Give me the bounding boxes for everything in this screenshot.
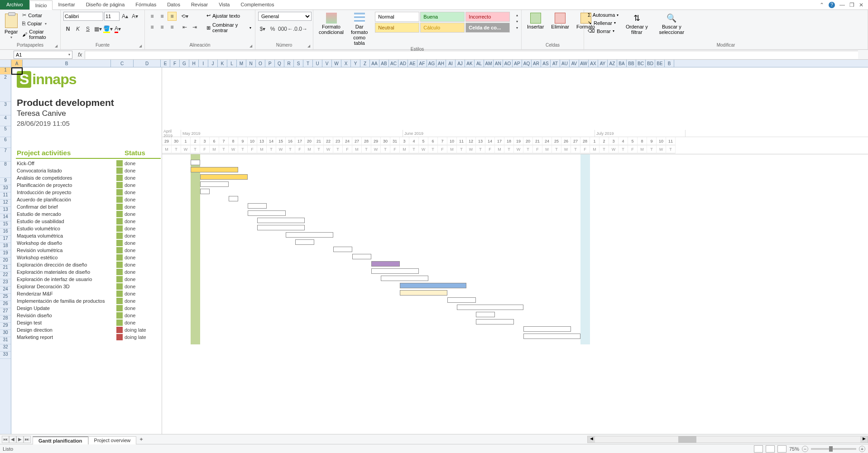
column-header[interactable]: Z — [360, 60, 370, 67]
launcher-icon[interactable]: ◢ — [307, 44, 310, 48]
zoom-thumb[interactable] — [829, 446, 833, 452]
horizontal-scrollbar[interactable]: ◀ ▶ — [587, 436, 868, 443]
ribbon-minimize-icon[interactable]: ⌃ — [820, 2, 824, 8]
column-header[interactable]: AY — [598, 60, 608, 67]
zoom-in-button[interactable]: + — [859, 446, 865, 452]
row-header[interactable]: 11 — [0, 192, 11, 200]
restore-icon[interactable]: ❐ — [849, 2, 854, 8]
column-header[interactable]: Y — [351, 60, 360, 67]
bold-button[interactable]: N — [63, 24, 72, 33]
activity-row[interactable]: Implementación de familia de productosdo… — [17, 297, 162, 305]
tab-file[interactable]: Archivo — [0, 0, 29, 10]
column-header[interactable]: AE — [408, 60, 417, 67]
tab-nav-next[interactable]: ▶ — [16, 436, 24, 443]
column-header[interactable]: AM — [484, 60, 494, 67]
column-header[interactable]: K — [218, 60, 227, 67]
column-header[interactable]: AH — [436, 60, 446, 67]
gantt-bar[interactable] — [200, 189, 210, 194]
shrink-font-button[interactable]: A▾ — [130, 12, 139, 21]
activity-row[interactable]: Renderizar M&Fdone — [17, 290, 162, 297]
column-header[interactable]: X — [341, 60, 351, 67]
activity-row[interactable]: Explorar Decoración 3Ddone — [17, 283, 162, 290]
column-header[interactable]: W — [332, 60, 341, 67]
row-header[interactable]: 14 — [0, 214, 11, 221]
gantt-bar[interactable] — [333, 247, 352, 252]
column-header[interactable]: AV — [570, 60, 579, 67]
gantt-bar[interactable] — [371, 261, 400, 267]
tab-datos[interactable]: Datos — [162, 0, 186, 10]
row-header[interactable]: 18 — [0, 243, 11, 250]
row-header[interactable]: 27 — [0, 308, 11, 315]
row-header[interactable]: 13 — [0, 207, 11, 214]
column-header[interactable]: BB — [627, 60, 636, 67]
scroll-right-arrow[interactable]: ▶ — [860, 436, 868, 443]
sheet-tab[interactable]: Project overview — [88, 436, 137, 444]
tab-nav-first[interactable]: ⏮ — [2, 436, 9, 443]
gantt-bar[interactable] — [295, 239, 314, 245]
tab-vista[interactable]: Vista — [213, 0, 235, 10]
select-all-corner[interactable] — [0, 60, 11, 67]
thousands-button[interactable]: 000 — [278, 24, 287, 33]
row-header[interactable]: 29 — [0, 323, 11, 330]
gantt-bar[interactable] — [400, 290, 447, 296]
find-select-button[interactable]: 🔍Buscar y seleccionar — [654, 12, 689, 36]
paste-button[interactable]: Pegar ▾ — [3, 12, 19, 41]
autosum-button[interactable]: ΣAutosuma▾ — [587, 12, 619, 18]
align-top-button[interactable]: ≡ — [148, 12, 157, 21]
row-header[interactable]: 16 — [0, 229, 11, 236]
row-header[interactable]: 25 — [0, 294, 11, 301]
name-box[interactable]: A1▾ — [14, 51, 72, 59]
column-header[interactable]: AI — [446, 60, 456, 67]
clear-button[interactable]: ⌫Borrar▾ — [587, 28, 619, 34]
column-header[interactable]: AQ — [522, 60, 532, 67]
gantt-bar[interactable] — [200, 181, 229, 187]
styles-up-button[interactable]: ▴ — [513, 12, 522, 18]
column-header[interactable]: AF — [417, 60, 427, 67]
gantt-bar[interactable] — [257, 225, 305, 230]
style-cell[interactable]: Neutral — [375, 23, 419, 33]
style-cell[interactable]: Cálculo — [420, 23, 465, 33]
column-header[interactable]: AR — [532, 60, 541, 67]
number-format-select[interactable]: General — [258, 12, 312, 21]
fill-color-button[interactable]: 🪣▾ — [103, 24, 112, 33]
tab-nav-last[interactable]: ⏭ — [24, 436, 31, 443]
column-header[interactable]: AD — [398, 60, 408, 67]
decimal-increase-button[interactable]: ←.0 — [288, 24, 297, 33]
activity-row[interactable]: Planificación de proyectodone — [17, 181, 162, 189]
column-header[interactable]: J — [208, 60, 218, 67]
column-header[interactable]: AL — [475, 60, 484, 67]
wrap-text-button[interactable]: ↩Ajustar texto — [206, 12, 252, 19]
gantt-bar[interactable] — [476, 312, 495, 317]
activity-row[interactable]: Kick-Offdone — [17, 160, 162, 167]
scroll-thumb[interactable] — [678, 436, 696, 443]
gantt-bar[interactable] — [286, 232, 333, 238]
column-header[interactable]: AC — [389, 60, 398, 67]
row-header[interactable]: 1 — [0, 67, 11, 75]
border-button[interactable]: ▦▾ — [93, 24, 102, 33]
column-header[interactable]: R — [284, 60, 294, 67]
style-cell[interactable]: Celda de co... — [465, 23, 510, 33]
gantt-bar[interactable] — [248, 210, 286, 216]
column-header[interactable]: M — [237, 60, 246, 67]
launcher-icon[interactable]: ◢ — [249, 44, 252, 48]
format-as-table-button[interactable]: Dar formato como tabla — [348, 12, 370, 47]
column-header[interactable]: H — [189, 60, 199, 67]
gantt-bar[interactable] — [352, 254, 371, 259]
underline-button[interactable]: S — [83, 24, 92, 33]
launcher-icon[interactable]: ◢ — [55, 44, 58, 48]
activity-row[interactable]: Introducción de proyectodone — [17, 189, 162, 196]
column-header[interactable]: N — [246, 60, 256, 67]
column-header[interactable]: AS — [541, 60, 551, 67]
row-header[interactable]: 28 — [0, 315, 11, 323]
column-header[interactable]: I — [199, 60, 208, 67]
gantt-bar[interactable] — [400, 283, 466, 288]
decimal-decrease-button[interactable]: .0→ — [298, 24, 307, 33]
indent-increase-button[interactable]: ⇥ — [190, 23, 199, 32]
activity-row[interactable]: Revisión volumétricadone — [17, 247, 162, 254]
gantt-bar[interactable] — [257, 218, 305, 223]
close-icon[interactable]: ✕ — [859, 2, 863, 8]
column-header[interactable]: BA — [617, 60, 627, 67]
align-right-button[interactable]: ≡ — [168, 23, 177, 32]
column-header[interactable]: B — [23, 60, 111, 67]
activity-row[interactable]: Estudio de mercadodone — [17, 210, 162, 218]
